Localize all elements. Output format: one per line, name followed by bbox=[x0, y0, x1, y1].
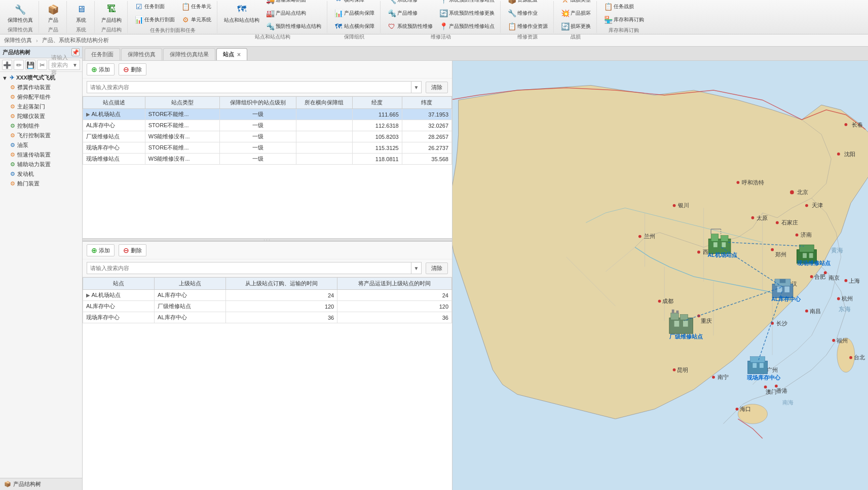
upper-cell-group bbox=[296, 109, 352, 120]
upper-search-wrap[interactable]: ▼ bbox=[87, 81, 422, 93]
toolbar-btn-sys-prevent[interactable]: 🛡 系统预防性维修 bbox=[385, 20, 435, 32]
lower-del-btn[interactable]: ⊖ 删除 bbox=[119, 244, 146, 256]
sidebar-root-item[interactable]: ▼ ✈ XXX喷气式飞机 bbox=[0, 73, 82, 83]
toolbar-btn-site-lateral[interactable]: 🗺 站点横向保障 bbox=[331, 20, 377, 32]
lower-search-input[interactable] bbox=[87, 265, 411, 271]
tab-site[interactable]: 站点 × bbox=[216, 48, 247, 60]
toolbar-btn-product-site[interactable]: 🏭 产品站点结构 bbox=[263, 7, 324, 19]
toolbar-btn-task-exec[interactable]: 📊 任务执行剖面 bbox=[132, 14, 177, 26]
lower-clear-btn[interactable]: 清除 bbox=[426, 262, 448, 274]
toolbar-btn-sys-prevent-update[interactable]: 🔄 系统预防性维修更换 bbox=[436, 7, 497, 19]
lower-search-arrow[interactable]: ▼ bbox=[411, 262, 421, 274]
upper-table-row[interactable]: AL库存中心 STORE不能维... 一级 112.6318 32.0267 bbox=[83, 120, 452, 131]
row-expand-icon: ▶ bbox=[86, 111, 90, 117]
sidebar-item-6[interactable]: ⚙ 油泵 bbox=[0, 140, 82, 150]
toolbar-btn-battle-restore[interactable]: 🔄 损坏更换 bbox=[558, 20, 593, 32]
svg-point-11 bbox=[844, 123, 847, 126]
svg-rect-101 bbox=[750, 357, 765, 363]
lower-search-wrap[interactable]: ▼ bbox=[87, 262, 422, 274]
toolbar-btn-sim[interactable]: 🔧 保障性仿真 bbox=[5, 1, 35, 25]
toolbar-btn-product-struct[interactable]: 🏗 产品结构 bbox=[99, 1, 124, 25]
tab-site-close[interactable]: × bbox=[237, 51, 241, 58]
toolbar-btn-resource-config[interactable]: 📦 资源配置 bbox=[505, 0, 550, 6]
svg-point-21 bbox=[673, 204, 676, 207]
tab-guarantee-result[interactable]: 保障性仿真结果 bbox=[163, 48, 215, 60]
svg-point-63 bbox=[736, 407, 739, 410]
upper-table-row[interactable]: 现场库存中心 STORE不能维... 一级 115.3125 26.2737 bbox=[83, 142, 452, 154]
lower-cell-order: 36 bbox=[226, 312, 337, 323]
leaf-icon-2: ⚙ bbox=[10, 103, 15, 110]
toolbar-btn-system[interactable]: 🖥 系统 bbox=[71, 1, 91, 25]
task-single-icon: 📋 bbox=[181, 2, 190, 11]
upper-add-btn[interactable]: ⊕ 添加 bbox=[87, 63, 115, 76]
tab-guarantee-sim[interactable]: 保障性仿真 bbox=[121, 48, 162, 60]
upper-del-btn[interactable]: ⊖ 删除 bbox=[119, 63, 146, 76]
toolbar-btn-product-prevent-site[interactable]: 📍 产品预防性维修站点 bbox=[436, 20, 497, 32]
upper-search-arrow[interactable]: ▼ bbox=[411, 81, 421, 93]
upper-cell-lat: 32.0267 bbox=[402, 120, 451, 131]
lower-cell-parent: AL库存中心 bbox=[155, 312, 226, 323]
toolbar-btn-repair-resource[interactable]: 📋 维修作业资源 bbox=[505, 20, 550, 32]
lower-table-row[interactable]: AL库存中心 厂级维修站点 120 120 bbox=[83, 301, 452, 312]
toolbar-btn-unit-system[interactable]: ⚙ 单元系统 bbox=[178, 14, 214, 26]
toolbar-btn-sys-prevent-site[interactable]: 📍 系统预防性维修站点 bbox=[436, 0, 497, 6]
sidebar-item-1[interactable]: ⚙ 俯仰配平组件 bbox=[0, 92, 82, 102]
upper-table-row[interactable]: 厂级维修站点 WS能维修没有... 一级 105.8203 28.2657 bbox=[83, 131, 452, 142]
toolbar-btn-site-struct[interactable]: 🗺 站点和站点结构 bbox=[221, 1, 262, 25]
toolbar-btn-task-single[interactable]: 📋 任务单元 bbox=[178, 1, 214, 13]
upper-cell-type: WS能维修没有... bbox=[145, 131, 219, 142]
site-struct-icon: 🗺 bbox=[235, 3, 249, 17]
sidebar-add-btn[interactable]: ➕ bbox=[2, 60, 12, 70]
tab-bar: 任务剖面 保障性仿真 保障性仿真结果 站点 × bbox=[83, 47, 868, 61]
sidebar-item-8[interactable]: ⚙ 辅助动力装置 bbox=[0, 160, 82, 169]
svg-text:南昌: 南昌 bbox=[810, 308, 821, 314]
lower-add-btn[interactable]: ⊕ 添加 bbox=[87, 244, 115, 256]
toolbar-btn-lateral[interactable]: ↔ 横向保障 bbox=[331, 0, 377, 6]
toolbar-btn-task-battle[interactable]: 📋 任务战损 bbox=[601, 1, 647, 13]
toolbar-btn-product-repair[interactable]: 🔩 产品维修 bbox=[385, 7, 435, 19]
toolbar-btn-transport[interactable]: 🚚 运输策略剖面 bbox=[263, 0, 324, 6]
sidebar-item-10[interactable]: ⚙ 舱门装置 bbox=[0, 179, 82, 189]
toolbar-btn-product[interactable]: 📦 产品 bbox=[43, 1, 63, 25]
upper-table-row[interactable]: ▶ AL机场站点 STORE不能维... 一级 111.665 37.1953 bbox=[83, 109, 452, 120]
sidebar-item-7[interactable]: ⚙ 恒速传动装置 bbox=[0, 150, 82, 160]
lower-add-icon: ⊕ bbox=[91, 246, 97, 254]
sidebar-cut-btn[interactable]: ✂ bbox=[37, 60, 47, 70]
sidebar-item-5[interactable]: ⚙ 飞行控制装置 bbox=[0, 131, 82, 140]
toolbar-group-org: ↔ 横向保障 📊 产品横向保障 🗺 站点横向保障 保障组织 bbox=[328, 1, 381, 33]
sidebar-pin-btn[interactable]: 📌 bbox=[71, 48, 80, 56]
sidebar-item-3[interactable]: ⚙ 陀螺仪装置 bbox=[0, 111, 82, 121]
sidebar-item-2[interactable]: ⚙ 主起落架门 bbox=[0, 102, 82, 111]
toolbar-btn-prevent-site[interactable]: 🔩 预防性维修站点结构 bbox=[263, 20, 324, 32]
svg-point-49 bbox=[805, 310, 808, 313]
svg-text:现场维修站点: 现场维修站点 bbox=[797, 260, 831, 266]
upper-clear-btn[interactable]: 清除 bbox=[426, 82, 448, 93]
svg-point-15 bbox=[737, 181, 740, 184]
upper-table-row[interactable]: 现场维修站点 WS能维修没有... 一级 118.0811 35.568 bbox=[83, 154, 452, 165]
toolbar-btn-repair-work[interactable]: 🔧 维修作业 bbox=[505, 7, 550, 19]
toolbar-btn-sys-repair[interactable]: 🔧 系统维修 bbox=[385, 0, 435, 6]
upper-search-input[interactable] bbox=[87, 84, 411, 90]
svg-rect-98 bbox=[676, 311, 678, 314]
toolbar-btn-store-reorder[interactable]: 🏪 库存和再订购 bbox=[601, 14, 647, 26]
panel-content: ⊕ 添加 ⊖ 删除 ▼ 清除 bbox=[83, 61, 868, 490]
upper-cell-group bbox=[296, 131, 352, 142]
lower-table-row[interactable]: 现场库存中心 AL库存中心 36 36 bbox=[83, 312, 452, 323]
sidebar-item-0[interactable]: ⚙ 襟翼作动装置 bbox=[0, 83, 82, 92]
sidebar-save-btn[interactable]: 💾 bbox=[25, 60, 35, 70]
toolbar-btn-battle-repair[interactable]: 💥 产品损坏 bbox=[558, 7, 593, 19]
sidebar-filter-dropdown[interactable]: 请输入搜索内容 ▼ bbox=[49, 60, 80, 70]
toolbar-btn-battle-type[interactable]: ⚔ 战损类型 bbox=[558, 0, 593, 6]
svg-point-57 bbox=[849, 356, 852, 359]
svg-rect-83 bbox=[803, 253, 807, 258]
sidebar-edit-btn[interactable]: ✏ bbox=[14, 60, 24, 70]
tab-task-profile[interactable]: 任务剖面 bbox=[85, 48, 120, 60]
prevent-site-icon: 🔩 bbox=[266, 22, 275, 31]
unit-system-icon: ⚙ bbox=[181, 15, 190, 24]
lower-table-row[interactable]: ▶ AL机场站点 AL库存中心 24 24 bbox=[83, 290, 452, 301]
toolbar-btn-product-lateral[interactable]: 📊 产品横向保障 bbox=[331, 7, 377, 19]
toolbar-btn-task-profile[interactable]: ☑ 任务剖面 bbox=[132, 1, 177, 13]
sidebar-item-9[interactable]: ⚙ 发动机 bbox=[0, 169, 82, 179]
sidebar-item-4[interactable]: ⚙ 控制组件 bbox=[0, 121, 82, 131]
store-reorder-icon: 🏪 bbox=[603, 15, 613, 24]
